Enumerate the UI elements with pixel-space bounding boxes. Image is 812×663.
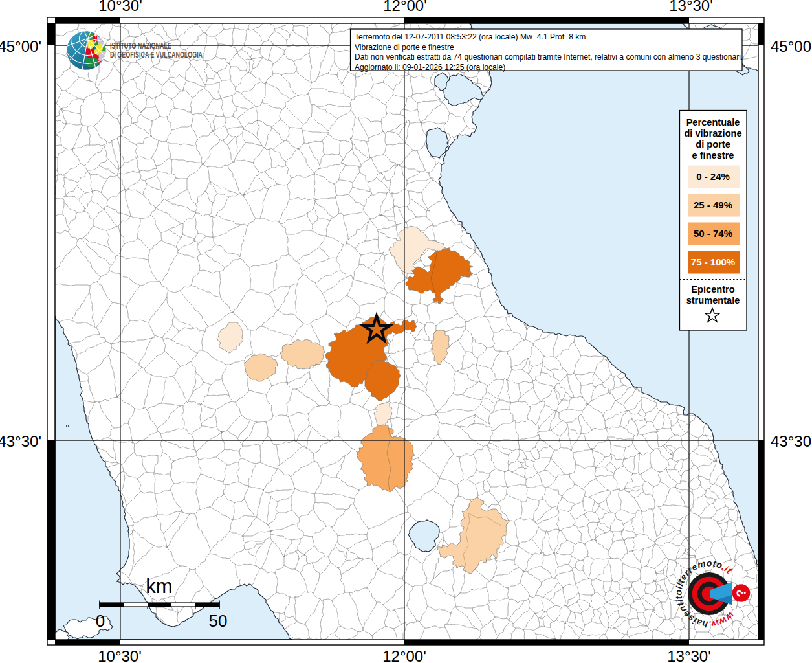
svg-text:di porte: di porte (696, 139, 730, 150)
svg-text:e finestre: e finestre (692, 150, 734, 161)
svg-text:0 - 24%: 0 - 24% (696, 171, 730, 182)
svg-text:Vibrazione di porte e finestre: Vibrazione di porte e finestre (355, 43, 454, 52)
svg-text:75 - 100%: 75 - 100% (691, 256, 735, 267)
svg-text:di vibrazione: di vibrazione (684, 128, 741, 139)
svg-text:Dati non verificati estratti d: Dati non verificati estratti da 74 quest… (355, 52, 743, 62)
svg-text:45°00': 45°00' (0, 38, 41, 55)
svg-text:Epicentro: Epicentro (691, 284, 734, 295)
svg-text:DI GEOFISICA E VULCANOLOGIA: DI GEOFISICA E VULCANOLOGIA (110, 51, 203, 60)
svg-text:Percentuale: Percentuale (686, 117, 740, 128)
svg-text:10°30': 10°30' (98, 647, 142, 663)
svg-text:12°00': 12°00' (382, 647, 426, 663)
svg-text:45°00': 45°00' (771, 38, 812, 55)
svg-text:50: 50 (209, 611, 228, 631)
svg-text:13°30': 13°30' (669, 0, 713, 14)
svg-text:Terremoto del 12-07-2011 08:53: Terremoto del 12-07-2011 08:53:22 (ora l… (355, 32, 586, 41)
svg-text:13°30': 13°30' (667, 647, 711, 663)
svg-text:12°00': 12°00' (383, 0, 427, 14)
svg-text:Aggiornato il: 09-01-2026 12:2: Aggiornato il: 09-01-2026 12:25 (ora loc… (355, 63, 505, 72)
svg-text:km: km (146, 575, 172, 598)
svg-text:10°30': 10°30' (98, 0, 142, 14)
svg-text:0: 0 (96, 611, 105, 631)
svg-text:50 - 74%: 50 - 74% (694, 228, 732, 239)
svg-text:25 - 49%: 25 - 49% (694, 199, 732, 210)
svg-text:43°30': 43°30' (771, 433, 812, 450)
svg-text:strumentale: strumentale (686, 295, 740, 306)
svg-text:43°30': 43°30' (0, 433, 41, 450)
